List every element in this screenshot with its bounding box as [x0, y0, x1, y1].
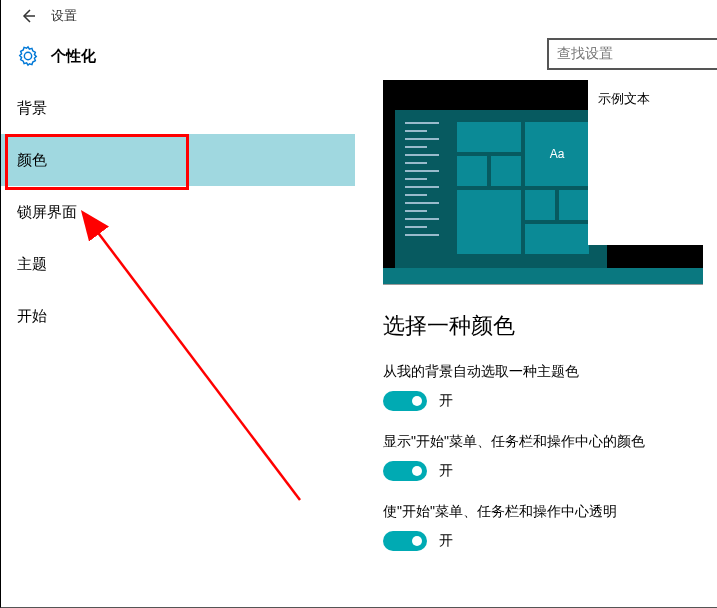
preview-tile-aa: Aa — [525, 122, 589, 186]
preview-taskbar — [383, 268, 703, 284]
toggle-state: 开 — [439, 532, 453, 550]
preview-sample-text: 示例文本 — [598, 91, 650, 106]
section-title: 选择一种颜色 — [383, 311, 717, 341]
settings-window: 设置 个性化 查找设置 背景 颜色 锁屏界面 主题 开始 — [0, 0, 717, 608]
toggle-state: 开 — [439, 462, 453, 480]
toggle-show-color[interactable] — [383, 461, 427, 481]
sidebar-item-background[interactable]: 背景 — [1, 82, 355, 134]
preview-start-panel: Aa — [395, 110, 607, 268]
search-input[interactable]: 查找设置 — [547, 38, 717, 70]
content: Aa 示例文本 选择一种颜色 从我的背景自动选取一种主题色 — [355, 80, 717, 607]
app-title: 设置 — [51, 7, 77, 25]
sidebar-item-start[interactable]: 开始 — [1, 290, 355, 342]
toggle-state: 开 — [439, 392, 453, 410]
setting-transparency: 使"开始"菜单、任务栏和操作中心透明 开 — [383, 503, 717, 551]
setting-label: 使"开始"菜单、任务栏和操作中心透明 — [383, 503, 717, 521]
back-button[interactable] — [13, 1, 43, 31]
toggle-transparency[interactable] — [383, 531, 427, 551]
titlebar: 设置 — [1, 0, 717, 32]
setting-auto-color: 从我的背景自动选取一种主题色 开 — [383, 363, 717, 411]
setting-label: 显示"开始"菜单、任务栏和操作中心的颜色 — [383, 433, 717, 451]
toggle-auto-color[interactable] — [383, 391, 427, 411]
header: 个性化 查找设置 — [1, 32, 717, 80]
annotation-highlight-box — [5, 134, 189, 190]
gear-icon — [17, 45, 39, 67]
preview-menu-lines — [405, 122, 439, 242]
page-title: 个性化 — [51, 47, 96, 66]
setting-label: 从我的背景自动选取一种主题色 — [383, 363, 717, 381]
sidebar-item-themes[interactable]: 主题 — [1, 238, 355, 290]
color-preview: Aa 示例文本 — [383, 80, 703, 285]
setting-show-color: 显示"开始"菜单、任务栏和操作中心的颜色 开 — [383, 433, 717, 481]
sidebar-item-lockscreen[interactable]: 锁屏界面 — [1, 186, 355, 238]
preview-sample-popup: 示例文本 — [588, 80, 703, 245]
